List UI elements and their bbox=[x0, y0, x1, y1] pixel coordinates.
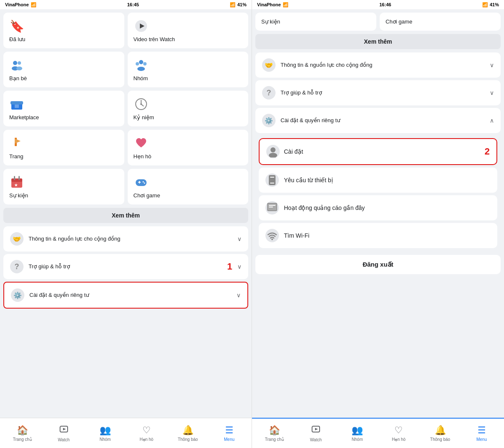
sub-item-hoat-dong[interactable]: Hoạt động quảng cáo gần đây bbox=[259, 195, 497, 220]
step-1-label: 1 bbox=[227, 261, 232, 272]
right-nav-nhom[interactable]: 👥 Nhóm bbox=[336, 422, 378, 444]
right-wifi-icon: 📶 bbox=[283, 2, 289, 8]
right-menu-nav-icon: ☰ bbox=[478, 425, 486, 436]
right-tro-giup-label: Trợ giúp & hỗ trợ bbox=[281, 89, 485, 97]
choi-game-icon bbox=[134, 175, 149, 190]
menu-nav-icon: ☰ bbox=[225, 425, 234, 436]
sub-item-cai-dat[interactable]: Cài đặt 2 bbox=[259, 138, 497, 165]
svg-rect-36 bbox=[270, 177, 274, 178]
step-2-label: 2 bbox=[485, 146, 490, 157]
right-thong-tin-chevron: ∨ bbox=[490, 62, 494, 68]
section-tro-giup[interactable]: ? Trợ giúp & hỗ trợ 1 ∨ bbox=[3, 254, 248, 279]
tile-ky-niem[interactable]: Kỷ niệm bbox=[128, 91, 249, 126]
tile-trang-label: Trang bbox=[9, 153, 23, 160]
right-section-thong-tin[interactable]: 🤝 Thông tin & nguồn lực cho cộng đồng ∨ bbox=[255, 52, 501, 78]
right-cai-dat-icon: ⚙️ bbox=[262, 114, 276, 127]
sub-item-wifi[interactable]: Tìm Wi-Fi bbox=[259, 223, 497, 248]
left-bottom-nav: 🏠 Trang chủ Watch 👥 Nhóm ♡ Hẹn hò 🔔 Thôn… bbox=[0, 418, 252, 448]
section-cai-dat[interactable]: ⚙️ Cài đặt & quyền riêng tư ∨ bbox=[3, 282, 248, 309]
nhom-nav-icon: 👥 bbox=[100, 425, 111, 436]
tile-choi-game-r-label: Chơi game bbox=[386, 18, 495, 25]
nav-thong-bao[interactable]: 🔔 Thông báo bbox=[167, 422, 209, 444]
left-carrier: VinaPhone bbox=[5, 2, 29, 7]
svg-rect-39 bbox=[269, 205, 276, 206]
hen-ho-icon bbox=[134, 136, 149, 151]
right-section-cai-dat[interactable]: ⚙️ Cài đặt & quyền riêng tư ∧ bbox=[255, 108, 501, 133]
tile-su-kien[interactable]: ★ Sự kiện bbox=[3, 169, 124, 204]
svg-point-28 bbox=[142, 181, 144, 183]
sub-item-yeu-cau[interactable]: Yêu cầu từ thiết bị bbox=[259, 168, 497, 193]
svg-point-9 bbox=[137, 67, 145, 71]
xem-them-button[interactable]: Xem thêm bbox=[3, 208, 248, 223]
tile-choi-game-r[interactable]: Chơi game bbox=[380, 13, 501, 31]
svg-point-41 bbox=[271, 238, 273, 240]
nav-thong-bao-label: Thông báo bbox=[178, 437, 198, 442]
right-tro-giup-chevron: ∨ bbox=[490, 89, 494, 96]
right-sub-items: Cài đặt 2 Yêu cầu từ thiết bị Hoạt động … bbox=[255, 136, 501, 254]
right-bottom-nav: 🏠 Trang chủ Watch 👥 Nhóm ♡ Hẹn hò 🔔 Thôn… bbox=[252, 418, 504, 448]
nav-watch[interactable]: Watch bbox=[43, 422, 85, 445]
right-nav-hen-ho[interactable]: ♡ Hẹn hò bbox=[378, 422, 420, 444]
nav-trang-chu-label: Trang chủ bbox=[13, 437, 32, 442]
right-top-tiles: Sự kiện Chơi game bbox=[255, 13, 501, 31]
tile-choi-game-label: Chơi game bbox=[134, 192, 160, 199]
tile-video-watch[interactable]: Video trên Watch bbox=[128, 13, 249, 48]
svg-point-6 bbox=[139, 60, 143, 64]
nav-menu[interactable]: ☰ Menu bbox=[209, 422, 250, 444]
svg-marker-31 bbox=[63, 428, 66, 430]
dang-xuat-button[interactable]: Đăng xuất bbox=[255, 255, 501, 274]
left-scroll-content: 🔖 Đã lưu Video trên Watch Bạn bè bbox=[0, 9, 252, 418]
right-nav-menu[interactable]: ☰ Menu bbox=[461, 422, 502, 444]
right-nav-thong-bao[interactable]: 🔔 Thông báo bbox=[420, 422, 461, 444]
tile-hen-ho[interactable]: Hẹn hò bbox=[128, 130, 249, 165]
nav-trang-chu[interactable]: 🏠 Trang chủ bbox=[2, 422, 43, 444]
svg-text:★: ★ bbox=[14, 183, 18, 187]
tile-nhom[interactable]: Nhóm bbox=[128, 52, 249, 87]
tile-da-luu[interactable]: 🔖 Đã lưu bbox=[3, 13, 124, 48]
right-screen: VinaPhone 📶 16:46 📶 41% Sự kiện Chơi gam… bbox=[252, 0, 504, 448]
svg-rect-34 bbox=[269, 175, 276, 185]
nhom-icon bbox=[134, 58, 149, 73]
tile-trang[interactable]: Trang bbox=[3, 130, 124, 165]
sub-wifi-label: Tìm Wi-Fi bbox=[284, 232, 491, 239]
svg-point-33 bbox=[269, 153, 277, 157]
tro-giup-chevron: ∨ bbox=[237, 263, 242, 270]
left-status-right: 📶 41% bbox=[230, 2, 247, 8]
right-nav-trang-chu-label: Trang chủ bbox=[265, 437, 284, 442]
right-time: 16:46 bbox=[379, 2, 391, 7]
tile-choi-game[interactable]: Chơi game bbox=[128, 169, 249, 204]
svg-point-5 bbox=[16, 67, 22, 71]
right-nav-watch-label: Watch bbox=[310, 438, 322, 442]
right-section-tro-giup[interactable]: ? Trợ giúp & hỗ trợ ∨ bbox=[255, 80, 501, 105]
svg-point-7 bbox=[136, 62, 139, 65]
left-status-left: VinaPhone 📶 bbox=[5, 2, 37, 8]
right-xem-them-button[interactable]: Xem thêm bbox=[255, 34, 501, 49]
cai-dat-section-chevron: ∨ bbox=[236, 292, 241, 299]
nav-nhom[interactable]: 👥 Nhóm bbox=[84, 422, 126, 444]
sub-yeu-cau-label: Yêu cầu từ thiết bị bbox=[284, 177, 491, 183]
watch-icon bbox=[59, 424, 68, 436]
right-nav-hen-ho-label: Hẹn hò bbox=[392, 437, 406, 442]
right-watch-icon bbox=[311, 424, 320, 436]
tile-ban-be[interactable]: Bạn bè bbox=[3, 52, 124, 87]
right-nav-trang-chu[interactable]: 🏠 Trang chủ bbox=[254, 422, 295, 444]
right-nav-watch[interactable]: Watch bbox=[295, 422, 337, 445]
tile-marketplace[interactable]: Marketplace bbox=[3, 91, 124, 126]
svg-rect-12 bbox=[10, 101, 23, 105]
svg-rect-27 bbox=[139, 181, 140, 183]
section-thong-tin[interactable]: 🤝 Thông tin & nguồn lực cho cộng đồng ∨ bbox=[3, 226, 248, 252]
right-status-right: 📶 41% bbox=[482, 2, 499, 8]
tile-su-kien-r[interactable]: Sự kiện bbox=[255, 13, 376, 31]
right-carrier: VinaPhone bbox=[257, 2, 281, 7]
nav-hen-ho[interactable]: ♡ Hẹn hò bbox=[126, 422, 168, 444]
cai-dat-section-icon: ⚙️ bbox=[11, 288, 24, 302]
nav-hen-ho-label: Hẹn hò bbox=[139, 437, 153, 442]
da-luu-icon: 🔖 bbox=[9, 18, 24, 34]
svg-point-8 bbox=[143, 62, 147, 65]
svg-point-3 bbox=[18, 61, 21, 65]
right-hen-ho-nav-icon: ♡ bbox=[394, 425, 403, 436]
hen-ho-nav-icon: ♡ bbox=[142, 425, 151, 436]
svg-rect-23 bbox=[18, 176, 20, 180]
left-wifi-icon: 📶 bbox=[31, 2, 37, 8]
sub-hoat-dong-label: Hoạt động quảng cáo gần đây bbox=[284, 204, 491, 211]
